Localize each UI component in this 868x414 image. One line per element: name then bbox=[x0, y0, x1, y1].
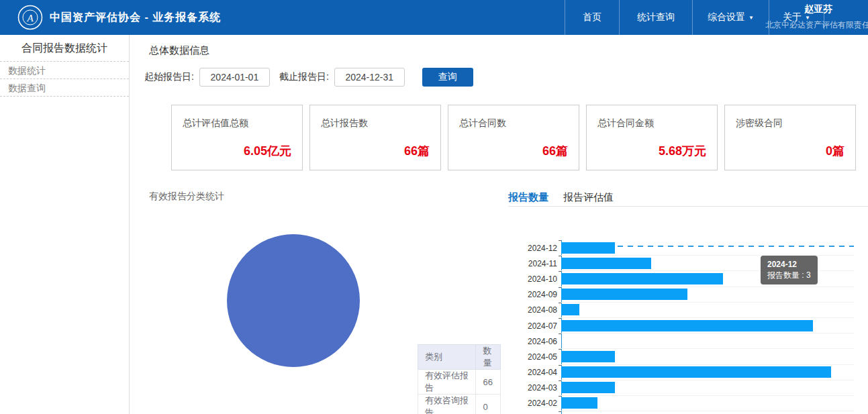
sidebar-title: 合同报告数据统计 bbox=[0, 35, 129, 62]
bar-2024-10[interactable] bbox=[561, 273, 723, 284]
start-date-label: 起始报告日: bbox=[144, 71, 194, 83]
nav-item-stats-query[interactable]: 统计查询 bbox=[619, 0, 692, 35]
bar-row: 2024-02 bbox=[524, 396, 868, 411]
bar-row: 2024-09 bbox=[524, 287, 868, 303]
section-title-overall-data: 总体数据信息 bbox=[149, 44, 209, 57]
pie-chart[interactable] bbox=[227, 234, 360, 367]
bar-category-label: 2024-02 bbox=[524, 399, 557, 408]
query-button[interactable]: 查询 bbox=[422, 68, 473, 87]
bar-2024-09[interactable] bbox=[561, 289, 687, 300]
end-date-label: 截止报告日: bbox=[279, 71, 329, 83]
bar-row: 2024-07 bbox=[524, 318, 868, 333]
stat-card-total-contracts: 总计合同数 66篇 bbox=[448, 105, 579, 170]
association-logo-icon: A bbox=[17, 5, 43, 30]
bar-2024-03[interactable] bbox=[561, 382, 615, 393]
tabs-divider bbox=[508, 206, 868, 207]
table-header-count: 数量 bbox=[476, 345, 501, 370]
filter-row: 起始报告日: 截止报告日: 查询 bbox=[144, 68, 473, 87]
user-block[interactable]: 赵亚芬 北京中必达资产评估有限责任公 bbox=[765, 3, 868, 31]
tooltip-category: 2024-12 bbox=[767, 259, 811, 270]
stat-card-total-contract-amount: 总计合同金额 5.68万元 bbox=[586, 105, 718, 170]
sidebar: 合同报告数据统计 数据统计 数据查询 bbox=[0, 35, 130, 414]
bar-category-label: 2024-10 bbox=[524, 274, 557, 284]
app-title: 中国资产评估协会 - 业务报备系统 bbox=[50, 0, 221, 35]
table-row: 有效评估报告 66 bbox=[418, 370, 501, 395]
bar-category-label: 2024-09 bbox=[524, 290, 557, 299]
bar-plot-area bbox=[561, 396, 854, 411]
bar-2024-07[interactable] bbox=[561, 320, 813, 331]
user-name: 赵亚芬 bbox=[804, 3, 868, 15]
bar-category-label: 2024-12 bbox=[524, 244, 557, 253]
stat-value: 0篇 bbox=[826, 143, 845, 159]
stat-card-classified-contracts: 涉密级合同 0篇 bbox=[724, 105, 856, 170]
bar-2024-11[interactable] bbox=[561, 258, 651, 269]
bar-row: 2024-03 bbox=[524, 380, 868, 396]
bar-plot-area bbox=[561, 240, 854, 256]
chart-tabs: 报告数量 报告评估值 bbox=[508, 191, 628, 204]
sidebar-item-data-query[interactable]: 数据查询 bbox=[0, 79, 129, 97]
start-date-input[interactable] bbox=[199, 68, 270, 87]
stat-card-total-reports: 总计报告数 66篇 bbox=[309, 105, 441, 170]
user-company: 北京中必达资产评估有限责任公 bbox=[765, 19, 868, 31]
bar-row: 2024-05 bbox=[524, 349, 868, 364]
stat-value: 66篇 bbox=[542, 143, 568, 159]
bar-category-label: 2024-08 bbox=[524, 305, 557, 315]
svg-text:A: A bbox=[26, 13, 34, 23]
bar-plot-area bbox=[561, 333, 854, 349]
bar-2024-12[interactable] bbox=[561, 242, 615, 254]
bar-2024-02[interactable] bbox=[561, 397, 597, 409]
bar-row: 2024-04 bbox=[524, 365, 868, 380]
bar-plot-area bbox=[561, 287, 854, 303]
table-header-category: 类别 bbox=[418, 345, 476, 370]
bar-plot-area bbox=[561, 380, 854, 396]
bar-category-label: 2024-04 bbox=[524, 368, 557, 377]
stat-value: 66篇 bbox=[404, 143, 430, 159]
bar-category-label: 2024-11 bbox=[524, 259, 557, 268]
bar-category-label: 2024-07 bbox=[524, 321, 557, 331]
bar-2024-05[interactable] bbox=[561, 351, 615, 362]
bar-category-label: 2024-05 bbox=[524, 352, 557, 362]
bar-2024-04[interactable] bbox=[561, 366, 831, 378]
bar-row: 2024-08 bbox=[524, 303, 868, 318]
nav-item-settings[interactable]: 综合设置 ▼ bbox=[692, 0, 769, 35]
bar-row: 2024-06 bbox=[524, 333, 868, 349]
sidebar-item-data-statistics[interactable]: 数据统计 bbox=[0, 62, 129, 79]
bar-category-label: 2024-03 bbox=[524, 383, 557, 393]
bar-2024-08[interactable] bbox=[561, 304, 579, 315]
stat-value: 5.68万元 bbox=[659, 143, 706, 159]
app-header: A 中国资产评估协会 - 业务报备系统 首页 统计查询 综合设置 ▼ 关于 ▼ … bbox=[0, 0, 868, 35]
tab-report-count[interactable]: 报告数量 bbox=[508, 191, 548, 204]
stat-value: 6.05亿元 bbox=[244, 143, 291, 159]
table-header-row: 类别 数量 bbox=[418, 345, 501, 370]
bar-plot-area bbox=[561, 349, 854, 364]
tooltip-value: 报告数量 : 3 bbox=[767, 270, 811, 280]
category-table: 类别 数量 有效评估报告 66 有效咨询报告 0 bbox=[418, 344, 501, 414]
nav-item-home[interactable]: 首页 bbox=[565, 0, 619, 35]
pie-chart-title: 有效报告分类统计 bbox=[149, 191, 224, 203]
bar-plot-area bbox=[561, 318, 854, 333]
bar-category-label: 2024-06 bbox=[524, 337, 557, 346]
page: A 中国资产评估协会 - 业务报备系统 首页 统计查询 综合设置 ▼ 关于 ▼ … bbox=[0, 0, 868, 414]
axis-pointer-dashed-line bbox=[618, 246, 854, 247]
table-row: 有效咨询报告 0 bbox=[418, 395, 501, 414]
bar-plot-area bbox=[561, 365, 854, 380]
end-date-input[interactable] bbox=[334, 68, 405, 87]
bar-row: 2024-12 bbox=[524, 240, 868, 256]
stat-card-total-appraisal-value: 总计评估值总额 6.05亿元 bbox=[171, 105, 303, 170]
bar-plot-area bbox=[561, 303, 854, 318]
chart-tooltip: 2024-12 报告数量 : 3 bbox=[761, 256, 818, 284]
stat-cards: 总计评估值总额 6.05亿元 总计报告数 66篇 总计合同数 66篇 总计合同金… bbox=[171, 105, 856, 170]
tab-report-appraisal-value[interactable]: 报告评估值 bbox=[563, 191, 614, 204]
